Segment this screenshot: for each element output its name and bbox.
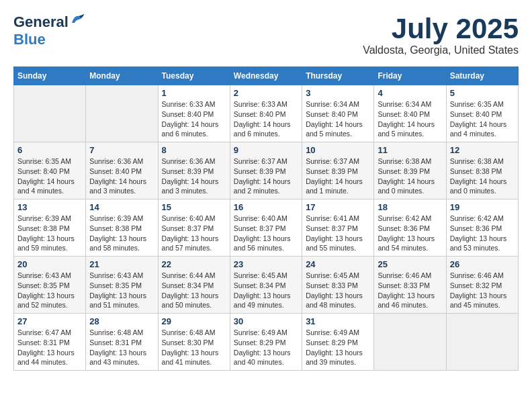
calendar-cell — [86, 85, 158, 142]
weekday-header-thursday: Thursday — [302, 67, 374, 85]
day-number: 15 — [162, 202, 226, 212]
calendar-table: SundayMondayTuesdayWednesdayThursdayFrid… — [13, 66, 519, 371]
calendar-cell: 4Sunrise: 6:34 AM Sunset: 8:40 PM Daylig… — [374, 85, 446, 142]
day-info: Sunrise: 6:42 AM Sunset: 8:36 PM Dayligh… — [378, 214, 442, 253]
calendar-cell: 15Sunrise: 6:40 AM Sunset: 8:37 PM Dayli… — [158, 199, 230, 257]
day-info: Sunrise: 6:43 AM Sunset: 8:35 PM Dayligh… — [17, 271, 82, 310]
calendar-cell: 21Sunrise: 6:43 AM Sunset: 8:35 PM Dayli… — [86, 257, 158, 314]
calendar-cell — [374, 314, 446, 371]
day-number: 19 — [450, 202, 515, 212]
calendar-cell: 23Sunrise: 6:45 AM Sunset: 8:34 PM Dayli… — [230, 257, 302, 314]
weekday-header-monday: Monday — [86, 67, 158, 85]
day-info: Sunrise: 6:35 AM Sunset: 8:40 PM Dayligh… — [17, 156, 82, 196]
calendar-cell: 9Sunrise: 6:37 AM Sunset: 8:39 PM Daylig… — [230, 142, 302, 199]
logo-blue-text: Blue — [13, 31, 46, 48]
calendar-cell: 26Sunrise: 6:46 AM Sunset: 8:32 PM Dayli… — [446, 257, 518, 314]
day-number: 22 — [162, 259, 226, 269]
weekday-header-saturday: Saturday — [446, 67, 518, 85]
day-info: Sunrise: 6:45 AM Sunset: 8:34 PM Dayligh… — [234, 271, 298, 310]
day-number: 13 — [17, 202, 82, 212]
day-number: 30 — [234, 316, 298, 326]
calendar-cell: 17Sunrise: 6:41 AM Sunset: 8:37 PM Dayli… — [302, 199, 374, 257]
day-info: Sunrise: 6:48 AM Sunset: 8:31 PM Dayligh… — [89, 328, 154, 367]
calendar-cell — [446, 314, 518, 371]
calendar-cell: 22Sunrise: 6:44 AM Sunset: 8:34 PM Dayli… — [158, 257, 230, 314]
calendar-cell: 29Sunrise: 6:48 AM Sunset: 8:30 PM Dayli… — [158, 314, 230, 371]
day-number: 5 — [450, 88, 515, 98]
day-info: Sunrise: 6:34 AM Sunset: 8:40 PM Dayligh… — [306, 99, 370, 139]
calendar-cell: 8Sunrise: 6:36 AM Sunset: 8:39 PM Daylig… — [158, 142, 230, 199]
day-info: Sunrise: 6:47 AM Sunset: 8:31 PM Dayligh… — [17, 328, 82, 367]
calendar-week-row: 6Sunrise: 6:35 AM Sunset: 8:40 PM Daylig… — [14, 142, 519, 199]
calendar-cell: 16Sunrise: 6:40 AM Sunset: 8:37 PM Dayli… — [230, 199, 302, 257]
day-info: Sunrise: 6:37 AM Sunset: 8:39 PM Dayligh… — [306, 156, 370, 196]
calendar-cell: 13Sunrise: 6:39 AM Sunset: 8:38 PM Dayli… — [14, 199, 86, 257]
calendar-cell: 14Sunrise: 6:39 AM Sunset: 8:38 PM Dayli… — [86, 199, 158, 257]
logo-general-text: General — [13, 13, 69, 31]
day-info: Sunrise: 6:48 AM Sunset: 8:30 PM Dayligh… — [162, 328, 226, 367]
day-number: 14 — [89, 202, 154, 212]
calendar-cell: 25Sunrise: 6:46 AM Sunset: 8:33 PM Dayli… — [374, 257, 446, 314]
day-info: Sunrise: 6:40 AM Sunset: 8:37 PM Dayligh… — [234, 214, 298, 253]
weekday-header-row: SundayMondayTuesdayWednesdayThursdayFrid… — [14, 67, 519, 85]
calendar-cell: 10Sunrise: 6:37 AM Sunset: 8:39 PM Dayli… — [302, 142, 374, 199]
logo-bird-icon — [71, 13, 85, 26]
calendar-week-row: 20Sunrise: 6:43 AM Sunset: 8:35 PM Dayli… — [14, 257, 519, 314]
calendar-cell: 31Sunrise: 6:49 AM Sunset: 8:29 PM Dayli… — [302, 314, 374, 371]
day-info: Sunrise: 6:34 AM Sunset: 8:40 PM Dayligh… — [378, 99, 442, 139]
day-info: Sunrise: 6:44 AM Sunset: 8:34 PM Dayligh… — [162, 271, 226, 310]
day-number: 10 — [306, 145, 370, 155]
day-number: 24 — [306, 259, 370, 269]
calendar-cell: 5Sunrise: 6:35 AM Sunset: 8:40 PM Daylig… — [446, 85, 518, 142]
day-number: 25 — [378, 259, 442, 269]
day-number: 26 — [450, 259, 515, 269]
day-info: Sunrise: 6:40 AM Sunset: 8:37 PM Dayligh… — [162, 214, 226, 253]
day-number: 4 — [378, 88, 442, 98]
calendar-cell: 3Sunrise: 6:34 AM Sunset: 8:40 PM Daylig… — [302, 85, 374, 142]
day-number: 7 — [89, 145, 154, 155]
calendar-cell: 28Sunrise: 6:48 AM Sunset: 8:31 PM Dayli… — [86, 314, 158, 371]
day-info: Sunrise: 6:33 AM Sunset: 8:40 PM Dayligh… — [162, 99, 226, 139]
weekday-header-friday: Friday — [374, 67, 446, 85]
month-title: July 2025 — [363, 13, 519, 44]
day-number: 2 — [234, 88, 298, 98]
calendar-cell: 1Sunrise: 6:33 AM Sunset: 8:40 PM Daylig… — [158, 85, 230, 142]
calendar-cell: 20Sunrise: 6:43 AM Sunset: 8:35 PM Dayli… — [14, 257, 86, 314]
calendar-cell — [14, 85, 86, 142]
calendar-cell: 6Sunrise: 6:35 AM Sunset: 8:40 PM Daylig… — [14, 142, 86, 199]
day-info: Sunrise: 6:43 AM Sunset: 8:35 PM Dayligh… — [89, 271, 154, 310]
calendar-cell: 18Sunrise: 6:42 AM Sunset: 8:36 PM Dayli… — [374, 199, 446, 257]
day-number: 17 — [306, 202, 370, 212]
day-number: 16 — [234, 202, 298, 212]
day-number: 9 — [234, 145, 298, 155]
day-info: Sunrise: 6:46 AM Sunset: 8:32 PM Dayligh… — [450, 271, 515, 310]
weekday-header-sunday: Sunday — [14, 67, 86, 85]
weekday-header-tuesday: Tuesday — [158, 67, 230, 85]
day-info: Sunrise: 6:36 AM Sunset: 8:40 PM Dayligh… — [89, 156, 154, 196]
day-info: Sunrise: 6:38 AM Sunset: 8:38 PM Dayligh… — [450, 156, 515, 196]
day-info: Sunrise: 6:41 AM Sunset: 8:37 PM Dayligh… — [306, 214, 370, 253]
day-number: 12 — [450, 145, 515, 155]
calendar-cell: 24Sunrise: 6:45 AM Sunset: 8:33 PM Dayli… — [302, 257, 374, 314]
calendar-cell: 7Sunrise: 6:36 AM Sunset: 8:40 PM Daylig… — [86, 142, 158, 199]
day-info: Sunrise: 6:39 AM Sunset: 8:38 PM Dayligh… — [17, 214, 82, 253]
day-number: 3 — [306, 88, 370, 98]
day-number: 6 — [17, 145, 82, 155]
day-number: 21 — [89, 259, 154, 269]
calendar-cell: 27Sunrise: 6:47 AM Sunset: 8:31 PM Dayli… — [14, 314, 86, 371]
calendar-cell: 2Sunrise: 6:33 AM Sunset: 8:40 PM Daylig… — [230, 85, 302, 142]
day-info: Sunrise: 6:33 AM Sunset: 8:40 PM Dayligh… — [234, 99, 298, 139]
day-number: 23 — [234, 259, 298, 269]
location-title: Valdosta, Georgia, United States — [363, 44, 519, 56]
day-number: 11 — [378, 145, 442, 155]
day-info: Sunrise: 6:45 AM Sunset: 8:33 PM Dayligh… — [306, 271, 370, 310]
logo: General Blue — [13, 13, 85, 48]
day-number: 27 — [17, 316, 82, 326]
calendar-week-row: 13Sunrise: 6:39 AM Sunset: 8:38 PM Dayli… — [14, 199, 519, 257]
title-block: July 2025 Valdosta, Georgia, United Stat… — [363, 13, 519, 56]
day-number: 20 — [17, 259, 82, 269]
day-number: 1 — [162, 88, 226, 98]
calendar-cell: 11Sunrise: 6:38 AM Sunset: 8:39 PM Dayli… — [374, 142, 446, 199]
day-info: Sunrise: 6:36 AM Sunset: 8:39 PM Dayligh… — [162, 156, 226, 196]
calendar-week-row: 27Sunrise: 6:47 AM Sunset: 8:31 PM Dayli… — [14, 314, 519, 371]
